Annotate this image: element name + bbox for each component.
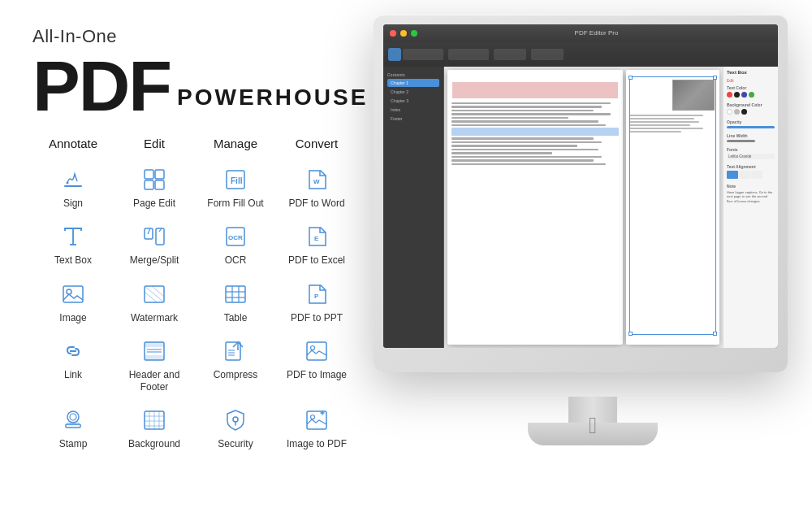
text-line [451,152,552,154]
color-black[interactable] [734,92,740,98]
table-icon [221,280,250,309]
sidebar-item-2[interactable]: Chapter 3 [387,97,439,105]
line-width-slider[interactable] [727,140,755,142]
mac-display: PDF Editor Pro [374,15,812,494]
feature-image[interactable]: Image [32,275,114,328]
handle-bl[interactable] [628,332,633,336]
traffic-light-red[interactable] [390,30,396,37]
traffic-light-yellow[interactable] [400,30,407,37]
align-left-btn[interactable] [727,171,738,179]
feature-text-box[interactable]: Text Box [32,217,114,271]
feature-pdf-to-excel[interactable]: E PDF to Excel [276,217,357,271]
toolbar-group-4 [531,49,564,60]
color-green[interactable] [749,92,754,98]
sidebar-item-active[interactable]: Chapter 1 [387,79,439,87]
fonts-section: Fonts Letitia Grande [727,147,775,159]
feature-pdf-to-image[interactable]: PDF to Image [276,332,357,397]
merge-split-label: Merge/Split [130,254,179,266]
features-row-4: Link Header and Footer [32,332,357,397]
background-label: Background [128,438,180,449]
feature-ocr[interactable]: OCR OCR [195,217,276,271]
feature-security[interactable]: Security [195,401,276,454]
svg-rect-28 [145,342,164,347]
feature-page-edit[interactable]: Page Edit [114,160,195,214]
color-white[interactable] [727,109,732,115]
monitor-bezel: PDF Editor Pro [374,15,788,372]
feature-stamp[interactable]: Stamp [32,401,114,454]
pdf-page-right [626,70,719,345]
font-selector[interactable]: Letitia Grande [727,154,775,159]
feature-header-footer[interactable]: Header and Footer [114,332,195,397]
edit-button[interactable]: Edit [727,78,775,83]
note-text: Have bigger captions. Go to the next pag… [727,190,775,204]
toolbar-group-1 [403,49,443,60]
text-line [451,163,606,166]
feature-image-to-pdf[interactable]: Image to PDF [276,401,357,454]
opacity-slider[interactable] [727,126,775,128]
stamp-icon [58,406,88,435]
left-panel: All-In-One PDF POWERHOUSE Annotate Edit … [0,0,382,508]
sidebar-item-1[interactable]: Chapter 2 [387,88,439,96]
svg-text:Fill: Fill [231,176,243,185]
align-center-btn[interactable] [739,171,750,179]
feature-pdf-to-word[interactable]: W PDF to Word [276,160,357,214]
pdf-highlight-red [452,82,618,98]
align-right-btn[interactable] [751,171,762,179]
color-black2[interactable] [741,109,747,115]
svg-text:E: E [314,235,319,242]
pdf-to-word-label: PDF to Word [288,198,344,209]
text-box-label: Text Box [727,70,775,75]
opacity-label: Opacity [727,119,775,124]
pdf-to-image-label: PDF to Image [287,369,347,380]
feature-link[interactable]: Link [32,332,114,397]
image-to-pdf-label: Image to PDF [287,438,347,449]
window-title: PDF Editor Pro [421,29,771,37]
text-color-dots [727,92,775,98]
feature-form-fill[interactable]: Fill Form Fill Out [195,160,276,214]
line-width-label: Line Width [727,133,775,138]
feature-sign[interactable]: Sign [32,160,114,214]
svg-rect-3 [155,170,164,179]
text-box-label: Text Box [54,254,92,266]
handle-br[interactable] [713,332,717,336]
handle-tr[interactable] [713,76,717,80]
watermark-label: Watermark [131,312,178,323]
color-blue[interactable] [741,92,747,98]
text-align-section: Text Alignment [727,164,775,179]
sidebar-item-4[interactable]: Footer [387,115,439,123]
feature-compress[interactable]: Compress [195,332,276,397]
feature-pdf-to-ppt[interactable]: P PDF to PPT [276,275,357,328]
handle-tl[interactable] [628,76,633,80]
feature-watermark[interactable]: Watermark [114,275,195,328]
sidebar-item-3[interactable]: Index [387,106,439,114]
pdf-to-word-icon: W [302,165,331,194]
svg-point-39 [67,411,79,423]
security-icon [221,406,250,435]
sidebar-section-label: Contents [387,72,439,77]
bg-color-section: Background Color [727,102,775,115]
ocr-label: OCR [225,254,247,266]
traffic-light-green[interactable] [411,30,417,37]
page-edit-label: Page Edit [133,198,175,209]
color-gray[interactable] [734,109,740,115]
feature-table[interactable]: Table [195,275,276,328]
features-row-1: Sign Page Edit Fill [32,160,357,214]
svg-rect-42 [67,422,79,425]
text-line [451,120,598,123]
svg-point-38 [311,346,315,350]
svg-point-52 [311,415,315,419]
text-line [451,102,611,105]
image-icon [58,280,88,309]
svg-rect-20 [226,286,245,302]
text-align-label: Text Alignment [727,164,775,169]
svg-text:P: P [314,293,319,300]
image-to-pdf-icon [302,406,331,435]
pdf-to-excel-label: PDF to Excel [288,254,345,266]
feature-background[interactable]: Background [114,401,195,454]
feature-merge-split[interactable]: Merge/Split [114,217,195,271]
toolbar-btn-1[interactable] [388,48,401,61]
text-line [451,145,577,147]
color-red[interactable] [727,92,732,98]
watermark-icon [140,280,169,309]
properties-panel: Text Box Edit Text Color [723,67,778,348]
